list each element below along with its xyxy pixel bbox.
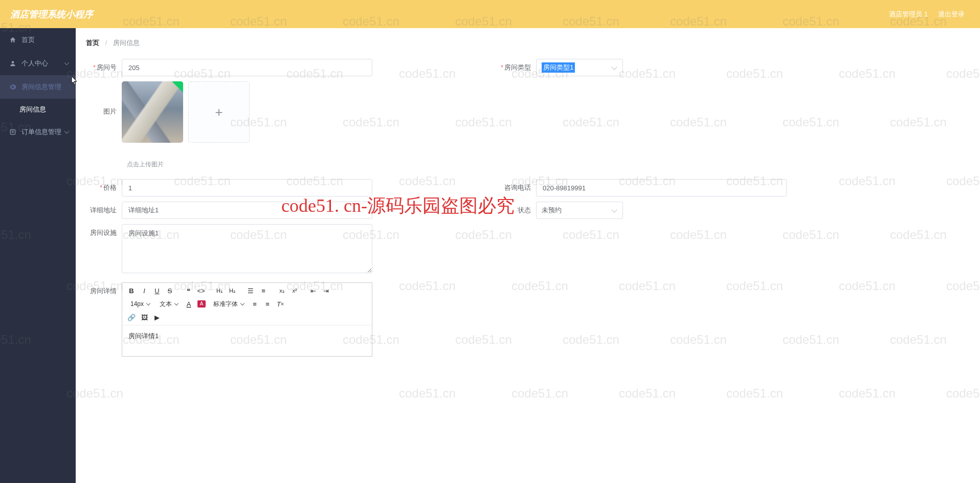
bold-icon[interactable]: B [125, 285, 138, 296]
indent-right-icon[interactable]: ⇥ [320, 285, 332, 296]
breadcrumb: 首页 / 房间信息 [76, 28, 980, 54]
plus-icon: + [215, 104, 222, 120]
status-label: 状态 [500, 202, 536, 219]
user-icon [9, 60, 16, 67]
svg-point-0 [12, 61, 14, 63]
image-upload-hint: 点击上传图片 [127, 160, 970, 169]
heading-select[interactable]: 文本 [157, 298, 180, 310]
detail-label: 房间详情 [86, 282, 122, 300]
uploaded-image-thumb[interactable] [122, 81, 183, 143]
facility-label: 房间设施 [86, 224, 122, 242]
quote-icon[interactable]: ❝ [182, 285, 194, 296]
sidebar-item-label: 个人中心 [21, 59, 48, 68]
font-family-select[interactable]: 标准字体 [210, 298, 246, 310]
status-value: 未预约 [542, 206, 562, 215]
unordered-list-icon[interactable]: ≡ [257, 285, 270, 296]
breadcrumb-home[interactable]: 首页 [86, 39, 99, 47]
text-color-icon[interactable]: A [183, 298, 195, 310]
sidebar-item-label: 首页 [21, 35, 35, 45]
content: 首页 / 房间信息 *房间号 *房间类型 房间类型1 [76, 28, 980, 483]
align-center-icon[interactable]: ≡ [261, 298, 274, 310]
room-no-input[interactable] [122, 59, 372, 76]
price-label: *价格 [86, 179, 122, 196]
video-icon[interactable]: ▶ [151, 312, 163, 323]
editor-content[interactable]: 房间详情1 [122, 325, 372, 356]
room-type-value: 房间类型1 [542, 62, 575, 73]
h1-icon[interactable]: H₁ [213, 285, 226, 296]
price-input[interactable] [122, 179, 372, 196]
image-label: 图片 [86, 81, 122, 116]
sidebar-item-home[interactable]: 首页 [0, 28, 76, 52]
editor-toolbar: B I U S ❝ <> H₁ H₂ ☰ ≡ [122, 283, 372, 325]
code-icon[interactable]: <> [195, 285, 207, 296]
sidebar-item-order-manage[interactable]: 订单信息管理 [0, 120, 76, 144]
sidebar-item-personal[interactable]: 个人中心 [0, 52, 76, 75]
address-input[interactable] [122, 202, 372, 219]
status-select[interactable]: 未预约 [536, 202, 623, 219]
underline-icon[interactable]: U [151, 285, 163, 296]
user-label[interactable]: 酒店管理员 1 [889, 10, 928, 19]
sidebar-sub-room-info[interactable]: 房间信息 [0, 99, 76, 120]
phone-label: 咨询电话 [500, 179, 536, 196]
list-icon [9, 128, 16, 136]
link-icon[interactable]: 🔗 [125, 312, 138, 323]
address-label: 详细地址 [86, 202, 122, 219]
sidebar-item-room-manage[interactable]: 房间信息管理 [0, 75, 76, 99]
facility-textarea[interactable] [122, 224, 372, 273]
sidebar-item-label: 订单信息管理 [21, 127, 61, 137]
h2-icon[interactable]: H₂ [226, 285, 238, 296]
logout-link[interactable]: 退出登录 [938, 10, 965, 19]
strike-icon[interactable]: S [164, 285, 176, 296]
italic-icon[interactable]: I [138, 285, 150, 296]
ordered-list-icon[interactable]: ☰ [244, 285, 257, 296]
subscript-icon[interactable]: x₂ [276, 285, 288, 296]
breadcrumb-current: 房间信息 [113, 39, 140, 47]
app-title: 酒店管理系统小程序 [10, 8, 93, 20]
image-icon[interactable]: 🖼 [138, 312, 150, 323]
home-icon [9, 36, 16, 43]
sidebar-item-label: 房间信息管理 [21, 82, 61, 92]
rich-text-editor: B I U S ❝ <> H₁ H₂ ☰ ≡ [122, 282, 372, 357]
sidebar-sub-label: 房间信息 [19, 105, 46, 114]
add-image-button[interactable]: + [188, 81, 250, 143]
indent-left-icon[interactable]: ⇤ [307, 285, 319, 296]
room-type-select[interactable]: 房间类型1 [536, 59, 623, 76]
clear-format-icon[interactable]: T× [274, 298, 286, 310]
sidebar: 首页 个人中心 房间信息管理 房间信息 订单信息管 [0, 28, 76, 483]
header: 酒店管理系统小程序 酒店管理员 1 退出登录 [0, 0, 980, 28]
bg-color-icon[interactable]: A [195, 298, 208, 310]
superscript-icon[interactable]: x² [288, 285, 301, 296]
room-no-label: *房间号 [86, 59, 122, 76]
font-size-select[interactable]: 14px [127, 298, 152, 310]
align-left-icon[interactable]: ≡ [249, 298, 261, 310]
phone-input[interactable] [536, 179, 787, 196]
room-type-label: *房间类型 [500, 59, 536, 76]
gear-icon [9, 83, 16, 91]
